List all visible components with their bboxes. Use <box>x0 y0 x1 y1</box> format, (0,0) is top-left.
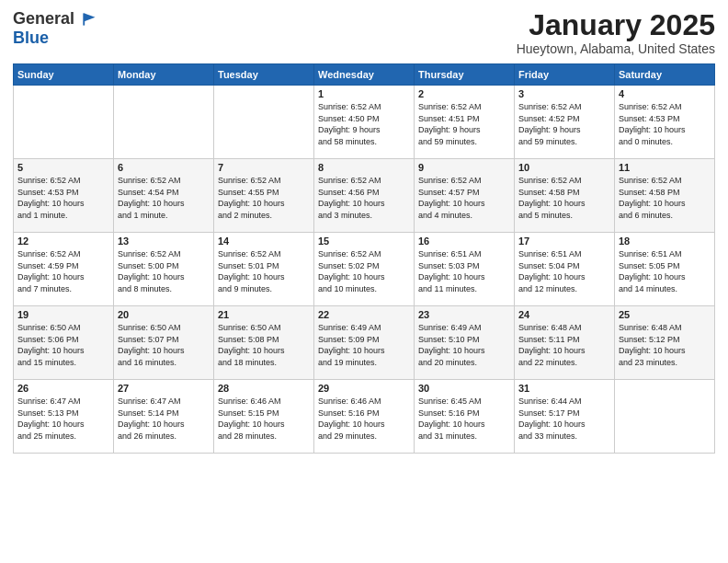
calendar-cell: 25Sunrise: 6:48 AMSunset: 5:12 PMDayligh… <box>615 306 715 380</box>
day-info: Sunrise: 6:44 AMSunset: 5:17 PMDaylight:… <box>518 396 610 442</box>
day-info: Sunrise: 6:49 AMSunset: 5:09 PMDaylight:… <box>318 322 410 368</box>
day-number: 13 <box>118 236 210 247</box>
day-number: 12 <box>17 236 109 247</box>
calendar-cell <box>114 86 214 159</box>
day-number: 30 <box>418 383 510 394</box>
calendar-cell: 30Sunrise: 6:45 AMSunset: 5:16 PMDayligh… <box>415 380 515 454</box>
day-number: 11 <box>619 162 711 173</box>
day-number: 26 <box>17 383 109 394</box>
calendar-cell: 6Sunrise: 6:52 AMSunset: 4:54 PMDaylight… <box>114 159 214 233</box>
day-info: Sunrise: 6:50 AMSunset: 5:07 PMDaylight:… <box>118 322 210 368</box>
calendar-cell: 5Sunrise: 6:52 AMSunset: 4:53 PMDaylight… <box>14 159 114 233</box>
day-info: Sunrise: 6:51 AMSunset: 5:03 PMDaylight:… <box>418 248 510 294</box>
day-number: 9 <box>418 162 510 173</box>
calendar-cell: 15Sunrise: 6:52 AMSunset: 5:02 PMDayligh… <box>314 233 415 306</box>
calendar-title: January 2025 <box>517 9 715 41</box>
day-info: Sunrise: 6:52 AMSunset: 4:53 PMDaylight:… <box>619 101 711 147</box>
day-info: Sunrise: 6:52 AMSunset: 4:57 PMDaylight:… <box>418 175 510 221</box>
calendar-cell: 20Sunrise: 6:50 AMSunset: 5:07 PMDayligh… <box>114 306 214 380</box>
calendar-cell: 8Sunrise: 6:52 AMSunset: 4:56 PMDaylight… <box>314 159 415 233</box>
day-number: 19 <box>17 309 109 320</box>
calendar-cell: 31Sunrise: 6:44 AMSunset: 5:17 PMDayligh… <box>515 380 615 454</box>
calendar-table: SundayMondayTuesdayWednesdayThursdayFrid… <box>13 63 715 454</box>
calendar-subtitle: Hueytown, Alabama, United States <box>517 41 715 56</box>
calendar-cell: 17Sunrise: 6:51 AMSunset: 5:04 PMDayligh… <box>515 233 615 306</box>
day-number: 7 <box>218 162 310 173</box>
calendar-cell <box>615 380 715 454</box>
day-number: 5 <box>17 162 109 173</box>
day-info: Sunrise: 6:52 AMSunset: 5:00 PMDaylight:… <box>118 248 210 294</box>
day-number: 3 <box>518 88 610 99</box>
day-info: Sunrise: 6:52 AMSunset: 4:52 PMDaylight:… <box>518 101 610 147</box>
weekday-header-saturday: Saturday <box>615 64 715 86</box>
calendar-cell: 14Sunrise: 6:52 AMSunset: 5:01 PMDayligh… <box>214 233 314 306</box>
calendar-cell: 22Sunrise: 6:49 AMSunset: 5:09 PMDayligh… <box>314 306 415 380</box>
day-number: 16 <box>418 236 510 247</box>
day-info: Sunrise: 6:52 AMSunset: 4:55 PMDaylight:… <box>218 175 310 221</box>
calendar-page: General Blue January 2025 Hueytown, Alab… <box>0 0 728 563</box>
day-number: 6 <box>118 162 210 173</box>
day-info: Sunrise: 6:52 AMSunset: 4:54 PMDaylight:… <box>118 175 210 221</box>
svg-marker-0 <box>85 13 96 21</box>
day-number: 24 <box>518 309 610 320</box>
day-number: 28 <box>218 383 310 394</box>
week-row-1: 1Sunrise: 6:52 AMSunset: 4:50 PMDaylight… <box>14 86 715 159</box>
day-info: Sunrise: 6:46 AMSunset: 5:15 PMDaylight:… <box>218 396 310 442</box>
day-info: Sunrise: 6:52 AMSunset: 4:59 PMDaylight:… <box>17 248 109 294</box>
day-number: 31 <box>518 383 610 394</box>
calendar-cell: 27Sunrise: 6:47 AMSunset: 5:14 PMDayligh… <box>114 380 214 454</box>
calendar-cell: 1Sunrise: 6:52 AMSunset: 4:50 PMDaylight… <box>314 86 415 159</box>
day-number: 23 <box>418 309 510 320</box>
calendar-cell: 13Sunrise: 6:52 AMSunset: 5:00 PMDayligh… <box>114 233 214 306</box>
day-number: 4 <box>619 88 711 99</box>
svg-rect-1 <box>83 13 85 25</box>
calendar-cell: 18Sunrise: 6:51 AMSunset: 5:05 PMDayligh… <box>615 233 715 306</box>
calendar-cell <box>14 86 114 159</box>
week-row-2: 5Sunrise: 6:52 AMSunset: 4:53 PMDaylight… <box>14 159 715 233</box>
day-info: Sunrise: 6:52 AMSunset: 4:51 PMDaylight:… <box>418 101 510 147</box>
calendar-cell: 2Sunrise: 6:52 AMSunset: 4:51 PMDaylight… <box>415 86 515 159</box>
day-info: Sunrise: 6:48 AMSunset: 5:11 PMDaylight:… <box>518 322 610 368</box>
day-number: 2 <box>418 88 510 99</box>
title-block: January 2025 Hueytown, Alabama, United S… <box>517 9 715 56</box>
day-info: Sunrise: 6:45 AMSunset: 5:16 PMDaylight:… <box>418 396 510 442</box>
day-info: Sunrise: 6:47 AMSunset: 5:13 PMDaylight:… <box>17 396 109 442</box>
calendar-cell: 11Sunrise: 6:52 AMSunset: 4:58 PMDayligh… <box>615 159 715 233</box>
day-info: Sunrise: 6:49 AMSunset: 5:10 PMDaylight:… <box>418 322 510 368</box>
weekday-header-friday: Friday <box>515 64 615 86</box>
day-info: Sunrise: 6:52 AMSunset: 4:50 PMDaylight:… <box>318 101 410 147</box>
day-info: Sunrise: 6:47 AMSunset: 5:14 PMDaylight:… <box>118 396 210 442</box>
day-info: Sunrise: 6:50 AMSunset: 5:06 PMDaylight:… <box>17 322 109 368</box>
logo-flag-icon <box>76 9 97 29</box>
day-info: Sunrise: 6:52 AMSunset: 5:02 PMDaylight:… <box>318 248 410 294</box>
calendar-cell: 10Sunrise: 6:52 AMSunset: 4:58 PMDayligh… <box>515 159 615 233</box>
day-info: Sunrise: 6:52 AMSunset: 4:58 PMDaylight:… <box>619 175 711 221</box>
calendar-cell: 29Sunrise: 6:46 AMSunset: 5:16 PMDayligh… <box>314 380 415 454</box>
calendar-cell <box>214 86 314 159</box>
calendar-cell: 4Sunrise: 6:52 AMSunset: 4:53 PMDaylight… <box>615 86 715 159</box>
day-number: 29 <box>318 383 410 394</box>
day-number: 8 <box>318 162 410 173</box>
day-number: 10 <box>518 162 610 173</box>
day-number: 27 <box>118 383 210 394</box>
day-number: 21 <box>218 309 310 320</box>
day-number: 1 <box>318 88 410 99</box>
logo-general-text: General <box>13 10 74 29</box>
weekday-header-sunday: Sunday <box>14 64 114 86</box>
day-info: Sunrise: 6:52 AMSunset: 5:01 PMDaylight:… <box>218 248 310 294</box>
week-row-4: 19Sunrise: 6:50 AMSunset: 5:06 PMDayligh… <box>14 306 715 380</box>
week-row-3: 12Sunrise: 6:52 AMSunset: 4:59 PMDayligh… <box>14 233 715 306</box>
day-info: Sunrise: 6:52 AMSunset: 4:56 PMDaylight:… <box>318 175 410 221</box>
header: General Blue January 2025 Hueytown, Alab… <box>13 9 715 56</box>
day-number: 17 <box>518 236 610 247</box>
week-row-5: 26Sunrise: 6:47 AMSunset: 5:13 PMDayligh… <box>14 380 715 454</box>
calendar-cell: 16Sunrise: 6:51 AMSunset: 5:03 PMDayligh… <box>415 233 515 306</box>
day-info: Sunrise: 6:46 AMSunset: 5:16 PMDaylight:… <box>318 396 410 442</box>
weekday-header-row: SundayMondayTuesdayWednesdayThursdayFrid… <box>14 64 715 86</box>
day-number: 14 <box>218 236 310 247</box>
day-number: 20 <box>118 309 210 320</box>
calendar-cell: 24Sunrise: 6:48 AMSunset: 5:11 PMDayligh… <box>515 306 615 380</box>
calendar-cell: 9Sunrise: 6:52 AMSunset: 4:57 PMDaylight… <box>415 159 515 233</box>
calendar-cell: 7Sunrise: 6:52 AMSunset: 4:55 PMDaylight… <box>214 159 314 233</box>
calendar-cell: 26Sunrise: 6:47 AMSunset: 5:13 PMDayligh… <box>14 380 114 454</box>
